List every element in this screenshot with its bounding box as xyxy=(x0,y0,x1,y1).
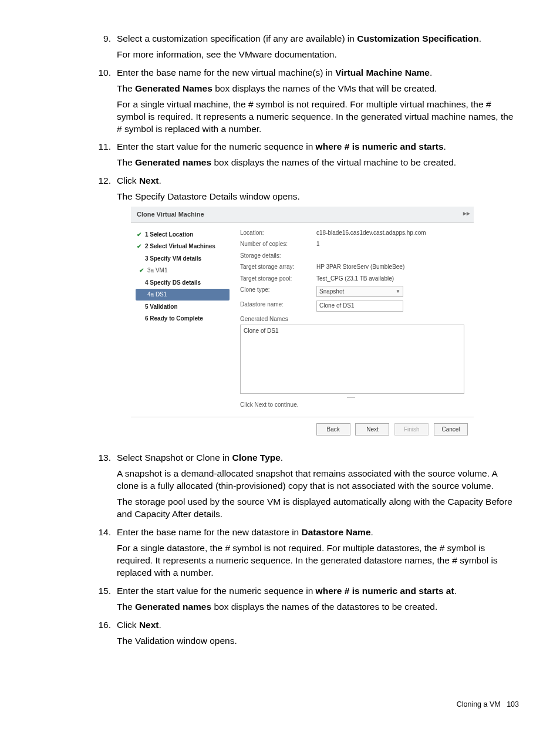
paragraph: For a single virtual machine, the # symb… xyxy=(117,99,519,136)
wizard-step-3a[interactable]: ✔3a VM1 xyxy=(136,265,230,276)
text-bold: Next xyxy=(139,175,159,185)
step-10: 10. Enter the base name for the new virt… xyxy=(97,67,519,136)
check-icon: ✔ xyxy=(137,242,145,251)
page-number: 103 xyxy=(507,700,519,708)
paragraph: The Specify Datastore Details window ope… xyxy=(117,191,519,203)
cancel-button[interactable]: Cancel xyxy=(434,423,468,436)
label-datastore-name: Datastore name: xyxy=(240,301,316,312)
step-number: 9. xyxy=(91,33,111,45)
wizard-step-label: 3 Specify VM details xyxy=(145,255,201,263)
text: . xyxy=(371,527,373,537)
text: Select a customization specification (if… xyxy=(117,33,357,43)
footer-text: Cloning a VM xyxy=(457,700,501,708)
wizard-step-label: 1 Select Location xyxy=(145,231,193,239)
finish-button: Finish xyxy=(394,423,429,436)
step-11: 11. Enter the start value for the numeri… xyxy=(97,141,519,169)
next-button[interactable]: Next xyxy=(355,423,389,436)
text-bold: Generated names xyxy=(135,602,211,612)
step-list: 9. Select a customization specification … xyxy=(97,33,519,647)
wizard-step-label: 4 Specify DS details xyxy=(145,279,201,287)
text: Enter the start value for the numeric se… xyxy=(117,586,316,596)
label-copies: Number of copies: xyxy=(240,240,316,248)
paragraph: The storage pool used by the source VM i… xyxy=(117,496,519,521)
text-bold: Datastore Name xyxy=(302,527,371,537)
wizard-step-5[interactable]: 5 Validation xyxy=(136,301,230,313)
label-target-pool: Target storage pool: xyxy=(240,275,316,283)
step-9: 9. Select a customization specification … xyxy=(97,33,519,61)
check-icon: ✔ xyxy=(139,266,147,275)
step-number: 10. xyxy=(91,67,111,79)
text-bold: Generated Names xyxy=(135,83,212,93)
wizard-step-label: 2 Select Virtual Machines xyxy=(145,242,215,251)
label-generated-names: Generated Names xyxy=(240,315,316,323)
step-number: 13. xyxy=(91,452,111,464)
generated-name-item: Clone of DS1 xyxy=(244,328,278,334)
generated-names-box: Clone of DS1 xyxy=(240,325,464,394)
page-footer: Cloning a VM 103 xyxy=(97,700,519,710)
text: The xyxy=(117,83,135,93)
text: The xyxy=(117,602,135,612)
text: . xyxy=(281,453,283,463)
text-bold: Generated names xyxy=(135,157,211,167)
chevron-down-icon: ▼ xyxy=(396,289,400,295)
resize-grip-icon[interactable]: — xyxy=(240,395,464,399)
text: Enter the base name for the new datastor… xyxy=(117,527,302,537)
back-button[interactable]: Back xyxy=(316,423,350,436)
text: box displays the names of the datastores… xyxy=(211,602,437,612)
clone-type-select[interactable]: Snapshot▼ xyxy=(316,286,403,297)
text: . xyxy=(430,67,432,77)
label-location: Location: xyxy=(240,229,316,237)
text-bold: where # is numeric and starts xyxy=(316,141,444,151)
select-value: Snapshot xyxy=(319,288,344,296)
step-number: 15. xyxy=(91,585,111,598)
text: . xyxy=(159,620,161,630)
dialog-clone-vm: Clone Virtual Machine ▸▸ ✔1 Select Locat… xyxy=(131,207,474,441)
text: box displays the names of the VMs that w… xyxy=(212,83,437,93)
paragraph: The Validation window opens. xyxy=(117,635,519,647)
step-number: 14. xyxy=(91,526,111,539)
paragraph: A snapshot is a demand-allocated snapsho… xyxy=(117,468,519,492)
datastore-name-input[interactable]: Clone of DS1 xyxy=(316,301,403,312)
wizard-step-2[interactable]: ✔2 Select Virtual Machines xyxy=(136,241,230,252)
text: . xyxy=(159,175,161,185)
text: box displays the names of the virtual ma… xyxy=(211,157,456,167)
dialog-footer: Back Next Finish Cancel xyxy=(131,417,474,442)
wizard-step-label: 5 Validation xyxy=(145,303,178,311)
step-16: 16. Click Next. The Validation window op… xyxy=(97,619,519,647)
text: Click xyxy=(117,620,139,630)
text: Click xyxy=(117,175,139,185)
text-bold: Next xyxy=(139,620,159,630)
text-bold: where # is numeric and starts at xyxy=(316,586,454,596)
step-number: 12. xyxy=(91,175,111,187)
dialog-titlebar: Clone Virtual Machine ▸▸ xyxy=(131,207,474,223)
step-number: 16. xyxy=(91,619,111,632)
value-target-array: HP 3PAR StoreServ (BumbleBee) xyxy=(316,263,464,271)
wizard-step-label: 3a VM1 xyxy=(147,266,167,275)
wizard-step-1[interactable]: ✔1 Select Location xyxy=(136,229,230,241)
paragraph: For more information, see the VMware doc… xyxy=(117,49,519,61)
label-storage-details: Storage details: xyxy=(240,252,316,260)
wizard-step-label: 4a DS1 xyxy=(147,291,167,299)
text: . xyxy=(479,33,481,43)
wizard-step-3[interactable]: 3 Specify VM details xyxy=(136,253,230,265)
wizard-step-6[interactable]: 6 Ready to Complete xyxy=(136,313,230,325)
step-12: 12. Click Next. The Specify Datastore De… xyxy=(97,175,519,441)
text: . xyxy=(454,586,457,596)
pin-icon[interactable]: ▸▸ xyxy=(463,209,470,218)
check-icon: ✔ xyxy=(137,231,145,239)
dialog-content: Location:c18-blade16.cas1dev.cast.adapps… xyxy=(234,223,474,417)
step-number: 11. xyxy=(91,141,111,153)
wizard-steps: ✔1 Select Location ✔2 Select Virtual Mac… xyxy=(131,223,234,417)
text-bold: Virtual Machine Name xyxy=(335,67,430,77)
wizard-step-4a[interactable]: 4a DS1 xyxy=(136,289,230,301)
label-clone-type: Clone type: xyxy=(240,286,316,297)
label-target-array: Target storage array: xyxy=(240,263,316,271)
hint-text: Click Next to continue. xyxy=(240,401,464,409)
text: Enter the start value for the numeric se… xyxy=(117,141,316,151)
paragraph: For a single datastore, the # symbol is … xyxy=(117,542,519,579)
wizard-step-label: 6 Ready to Complete xyxy=(145,315,203,323)
value-location: c18-blade16.cas1dev.cast.adapps.hp.com xyxy=(316,229,464,237)
step-13: 13. Select Snapshot or Clone in Clone Ty… xyxy=(97,452,519,521)
wizard-step-4[interactable]: 4 Specify DS details xyxy=(136,277,230,289)
step-15: 15. Enter the start value for the numeri… xyxy=(97,585,519,613)
